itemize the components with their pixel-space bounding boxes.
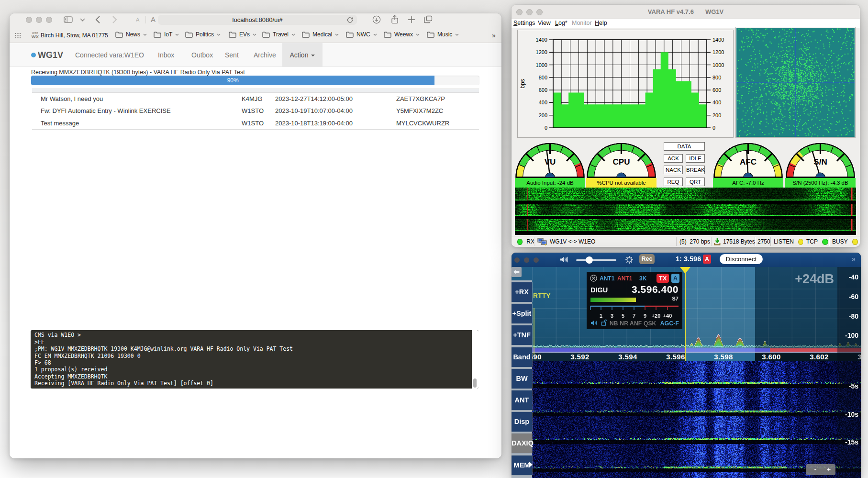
pat-terminal-scrollbar-thumb[interactable] <box>473 378 477 388</box>
gauge-dial: VU <box>515 141 585 178</box>
vara-button-nack[interactable]: NACK <box>664 166 683 174</box>
sidebar-button-daxiq[interactable]: DAXIQ <box>512 434 532 453</box>
flag-rx-antenna[interactable]: ANT1 <box>600 275 614 282</box>
vara-button-idle[interactable]: IDLE <box>686 154 705 163</box>
link-icon <box>537 238 547 245</box>
flag-dsp-options[interactable]: NB NR ANF QSK <box>610 320 657 327</box>
vara-button-ack[interactable]: ACK <box>664 154 683 163</box>
time-label: -10s <box>837 411 858 418</box>
folder-icon <box>427 32 434 38</box>
bookmark-folder-weewx[interactable]: Weewx <box>384 28 420 41</box>
pat-brand[interactable]: WG1V <box>31 43 63 67</box>
pat-nav-sent[interactable]: Sent <box>225 43 239 67</box>
pat-nav-inbox[interactable]: Inbox <box>158 43 174 67</box>
zoom-button[interactable] <box>536 9 543 15</box>
vara-menu-settings[interactable]: Settings <box>513 19 535 28</box>
rec-button[interactable]: Rec <box>639 254 655 264</box>
back-button[interactable] <box>95 16 100 23</box>
volume-slider-track[interactable] <box>576 259 616 261</box>
vara-button-qrt[interactable]: QRT <box>686 178 705 186</box>
new-tab-button[interactable] <box>408 16 415 23</box>
sidebar-button-disp[interactable]: Disp <box>512 412 532 432</box>
bookmark-folder-evs[interactable]: EVs <box>229 28 256 41</box>
vara-menu-log[interactable]: Log* <box>555 19 568 28</box>
zoom-button[interactable] <box>534 257 539 263</box>
vara-button-data[interactable]: DATA <box>664 142 705 151</box>
vara-menu-monitor[interactable]: Monitor <box>572 19 592 28</box>
pat-action-label: Action <box>290 51 309 59</box>
svg-text:1200: 1200 <box>536 49 547 55</box>
zoom-button[interactable] <box>46 17 52 23</box>
minimize-button[interactable] <box>36 17 42 23</box>
bookmark-folder-news[interactable]: News <box>115 28 147 41</box>
sidebar-button-band[interactable]: Band <box>512 347 532 367</box>
share-button[interactable] <box>391 15 399 24</box>
bookmark-folder-travel[interactable]: Travel <box>262 28 295 41</box>
zoom-out-button[interactable]: - <box>811 464 820 475</box>
sidebar-chevron-icon[interactable] <box>80 18 85 22</box>
pat-nav-outbox[interactable]: Outbox <box>191 43 213 67</box>
pat-message-row[interactable]: Test messageW1STO2023-10-18T13:19:00-04:… <box>32 117 479 130</box>
bookmark-address[interactable]: Birch Hill, Stow, MA 01775 <box>41 28 108 43</box>
flag-lock-icon[interactable] <box>601 319 607 326</box>
pat-message-row[interactable]: Fw: DYFI Automatic Entry - Winlink EXERC… <box>32 105 479 117</box>
vara-button-req[interactable]: REQ <box>664 178 683 186</box>
vara-menu-help[interactable]: Help <box>595 19 607 28</box>
bookmark-folder-nwc[interactable]: NWC <box>346 28 377 41</box>
url-field[interactable]: localhost:8080/ui# <box>158 15 357 25</box>
decrease-font-button[interactable]: A <box>136 17 139 22</box>
bookmarks-overflow-chevron[interactable]: » <box>492 28 496 43</box>
pat-nav-archive[interactable]: Archive <box>254 43 276 67</box>
bookmark-folder-music[interactable]: Music <box>427 28 459 41</box>
svg-text:7: 7 <box>633 313 635 319</box>
sidebar-button-mem[interactable]: MEM <box>512 456 532 475</box>
close-slice-icon[interactable] <box>590 275 597 282</box>
titlebar-overflow-chevrons[interactable]: » <box>852 255 856 263</box>
flag-audio-icon[interactable] <box>590 320 598 326</box>
flag-tx-antenna[interactable]: ANT1 <box>617 275 632 282</box>
bookmark-folder-medical[interactable]: Medical <box>302 28 339 41</box>
flag-agc-mode[interactable]: AGC-F <box>660 320 679 327</box>
minimize-button[interactable] <box>524 257 529 263</box>
volume-slider-knob[interactable] <box>586 256 593 264</box>
chevron-down-icon <box>416 33 420 36</box>
vara-button-break[interactable]: BREAK <box>686 166 705 174</box>
close-button[interactable] <box>26 17 32 23</box>
sidebar-button-bw[interactable]: BW <box>512 369 532 389</box>
bookmark-folder-iot[interactable]: IoT <box>154 28 179 41</box>
bookmark-folder-politics[interactable]: Politics <box>185 28 221 41</box>
sdr-frequency-scale[interactable]: 3.5903.5923.5943.5963.5983.6003.6023.604 <box>512 353 861 361</box>
flag-mode[interactable]: DIGU <box>590 286 608 294</box>
weewx-favicon[interactable]: weeWX <box>31 30 39 41</box>
sidebar-button-rx[interactable]: +RX <box>512 282 532 302</box>
reload-icon[interactable] <box>347 17 353 23</box>
bookmarks-grid-icon[interactable] <box>15 33 21 39</box>
increase-font-button[interactable]: A <box>151 15 156 23</box>
forward-button[interactable] <box>112 16 117 23</box>
disconnect-button[interactable]: Disconnect <box>720 254 763 264</box>
sidebar-button-tnf[interactable]: +TNF <box>512 325 532 345</box>
sdr-back-button[interactable]: ⬅ <box>512 267 522 277</box>
bookmarks-bar: weeWXBirch Hill, Stow, MA 01775NewsIoTPo… <box>10 28 501 43</box>
flag-frequency[interactable]: 3.596.400 <box>632 284 679 295</box>
sdr-tuning-cursor[interactable] <box>685 267 686 374</box>
zoom-in-button[interactable]: + <box>824 464 834 475</box>
pat-action-dropdown[interactable]: Action <box>282 43 323 67</box>
minimize-button[interactable] <box>526 9 533 15</box>
flag-slice-letter[interactable]: A <box>671 274 679 283</box>
vara-menu-view[interactable]: View <box>538 19 551 28</box>
pat-message-row[interactable]: Mr Watson, I need youK4MJG2023-12-27T14:… <box>32 93 479 105</box>
sidebar-icon[interactable] <box>64 16 73 23</box>
folder-icon <box>384 32 391 38</box>
close-button[interactable] <box>516 9 523 15</box>
close-button[interactable] <box>514 257 520 263</box>
tab-overview-button[interactable] <box>424 15 433 23</box>
sidebar-button-ant[interactable]: ANT <box>512 390 532 410</box>
sidebar-button-split[interactable]: +Split <box>512 304 532 323</box>
pat-terminal[interactable]: *** Connected to W1EO CMS via W1EO > >FF… <box>31 330 479 389</box>
speaker-icon[interactable] <box>560 256 568 263</box>
downloads-button[interactable] <box>372 15 381 24</box>
flag-filter-width[interactable]: 3K <box>639 275 646 282</box>
gear-icon[interactable] <box>625 256 633 264</box>
flag-tx-button[interactable]: TX <box>657 274 669 283</box>
